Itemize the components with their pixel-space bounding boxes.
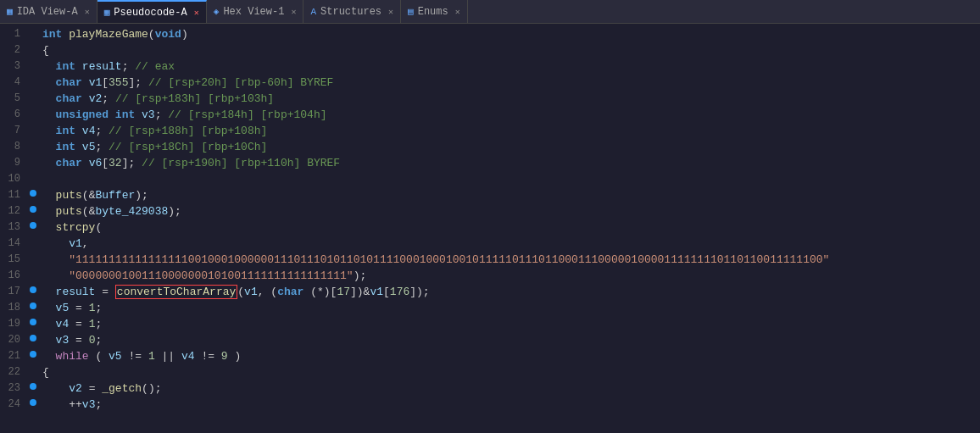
- breakpoint-col[interactable]: [27, 317, 39, 325]
- breakpoint-col[interactable]: [27, 27, 39, 29]
- tab-label-pseudocode-a: Pseudocode-A: [114, 7, 187, 19]
- breakpoint-col[interactable]: [27, 59, 39, 61]
- table-row: 1int playMazeGame(void): [0, 27, 980, 43]
- table-row: 8 int v5; // [rsp+18Ch] [rbp+10Ch]: [0, 140, 980, 156]
- breakpoint-col[interactable]: [27, 269, 39, 270]
- line-number: 1: [3, 27, 27, 40]
- table-row: 10: [0, 172, 980, 188]
- code-content: [39, 172, 977, 173]
- line-number: 23: [3, 381, 27, 394]
- line-number: 3: [3, 59, 27, 72]
- tab-icon-ida-view-a: ▦: [7, 6, 13, 17]
- line-number: 14: [3, 236, 27, 249]
- breakpoint-col[interactable]: [27, 92, 39, 93]
- breakpoint-col[interactable]: [27, 156, 39, 158]
- code-content: unsigned int v3; // [rsp+184h] [rbp+104h…: [39, 108, 977, 121]
- line-number: 19: [3, 317, 27, 330]
- table-row: 20 v3 = 0;: [0, 333, 980, 349]
- table-row: 3 int result; // eax: [0, 59, 980, 75]
- code-content: char v6[32]; // [rsp+190h] [rbp+110h] BY…: [39, 156, 977, 169]
- breakpoint-dot: [30, 319, 36, 325]
- table-row: 17 result = convertToCharArray(v1, (char…: [0, 285, 980, 301]
- line-number: 8: [3, 140, 27, 153]
- tab-close-pseudocode-a[interactable]: ✕: [194, 8, 199, 18]
- breakpoint-dot: [30, 383, 36, 390]
- line-number: 24: [3, 397, 27, 410]
- code-content: int v4; // [rsp+188h] [rbp+108h]: [39, 124, 977, 137]
- breakpoint-col[interactable]: [27, 108, 39, 109]
- table-row: 16 "000000010011100000001010011111111111…: [0, 269, 980, 285]
- line-number: 5: [3, 92, 27, 104]
- line-number: 13: [3, 220, 27, 233]
- code-content: char v1[355]; // [rsp+20h] [rbp-60h] BYR…: [39, 75, 977, 89]
- tab-label-ida-view-a: IDA View-A: [17, 6, 78, 18]
- code-content: v3 = 0;: [39, 333, 977, 347]
- breakpoint-col[interactable]: [27, 172, 39, 174]
- breakpoint-col[interactable]: [27, 236, 39, 238]
- table-row: 4 char v1[355]; // [rsp+20h] [rbp-60h] B…: [0, 75, 980, 92]
- breakpoint-col[interactable]: [27, 204, 39, 213]
- line-number: 10: [3, 172, 27, 185]
- code-content: puts(&byte_429038);: [39, 204, 977, 218]
- breakpoint-col[interactable]: [27, 397, 39, 406]
- tab-structures[interactable]: AStructures✕: [303, 0, 401, 23]
- tab-icon-hex-view-1: ◈: [214, 6, 220, 17]
- line-number: 21: [3, 349, 27, 362]
- table-row: 22{: [0, 365, 980, 381]
- code-content: strcpy(: [39, 220, 977, 234]
- line-number: 15: [3, 253, 27, 265]
- breakpoint-dot: [30, 190, 36, 197]
- line-number: 12: [3, 204, 27, 217]
- tab-icon-pseudocode-a: ▦: [104, 7, 110, 18]
- breakpoint-col[interactable]: [27, 188, 39, 197]
- tab-bar: ▦IDA View-A✕▦Pseudocode-A✕◈Hex View-1✕AS…: [0, 0, 980, 24]
- table-row: 11 puts(&Buffer);: [0, 188, 980, 204]
- line-number: 6: [3, 108, 27, 120]
- tab-hex-view-1[interactable]: ◈Hex View-1✕: [207, 0, 304, 23]
- breakpoint-dot: [30, 206, 36, 213]
- code-content: v4 = 1;: [39, 317, 977, 330]
- code-content: char v2; // [rsp+183h] [rbp+103h]: [39, 92, 977, 105]
- table-row: 9 char v6[32]; // [rsp+190h] [rbp+110h] …: [0, 156, 980, 172]
- tab-close-enums[interactable]: ✕: [455, 7, 460, 17]
- code-content: result = convertToCharArray(v1, (char (*…: [39, 285, 977, 298]
- code-content: {: [39, 43, 977, 57]
- table-row: 23 v2 = _getch();: [0, 381, 980, 397]
- breakpoint-dot: [30, 222, 36, 229]
- breakpoint-col[interactable]: [27, 333, 39, 341]
- tab-icon-enums: ▤: [408, 6, 414, 17]
- tab-pseudocode-a[interactable]: ▦Pseudocode-A✕: [97, 0, 207, 23]
- breakpoint-col[interactable]: [27, 43, 39, 45]
- breakpoint-col[interactable]: [27, 220, 39, 229]
- line-number: 16: [3, 269, 27, 281]
- table-row: 7 int v4; // [rsp+188h] [rbp+108h]: [0, 124, 980, 140]
- breakpoint-dot: [30, 335, 36, 341]
- breakpoint-col[interactable]: [27, 75, 39, 77]
- breakpoint-col[interactable]: [27, 301, 39, 309]
- table-row: 12 puts(&byte_429038);: [0, 204, 980, 220]
- tab-close-ida-view-a[interactable]: ✕: [85, 7, 90, 17]
- code-content: while ( v5 != 1 || v4 != 9 ): [39, 349, 977, 363]
- code-content: int result; // eax: [39, 59, 977, 73]
- code-content: int playMazeGame(void): [39, 27, 977, 41]
- code-area: 1int playMazeGame(void)2{3 int result; /…: [0, 24, 980, 433]
- breakpoint-col[interactable]: [27, 365, 39, 367]
- breakpoint-col[interactable]: [27, 253, 39, 254]
- line-number: 20: [3, 333, 27, 346]
- breakpoint-col[interactable]: [27, 381, 39, 390]
- breakpoint-col[interactable]: [27, 349, 39, 358]
- line-number: 7: [3, 124, 27, 136]
- table-row: 14 v1,: [0, 236, 980, 253]
- breakpoint-col[interactable]: [27, 140, 39, 142]
- code-content: v1,: [39, 236, 977, 250]
- code-content: ++v3;: [39, 397, 977, 411]
- tab-enums[interactable]: ▤Enums✕: [401, 0, 468, 23]
- tab-ida-view-a[interactable]: ▦IDA View-A✕: [0, 0, 97, 23]
- line-number: 18: [3, 301, 27, 314]
- breakpoint-col[interactable]: [27, 124, 39, 125]
- breakpoint-dot: [30, 303, 36, 309]
- tab-close-hex-view-1[interactable]: ✕: [291, 7, 296, 17]
- breakpoint-col[interactable]: [27, 285, 39, 293]
- table-row: 2{: [0, 43, 980, 59]
- tab-close-structures[interactable]: ✕: [388, 7, 393, 17]
